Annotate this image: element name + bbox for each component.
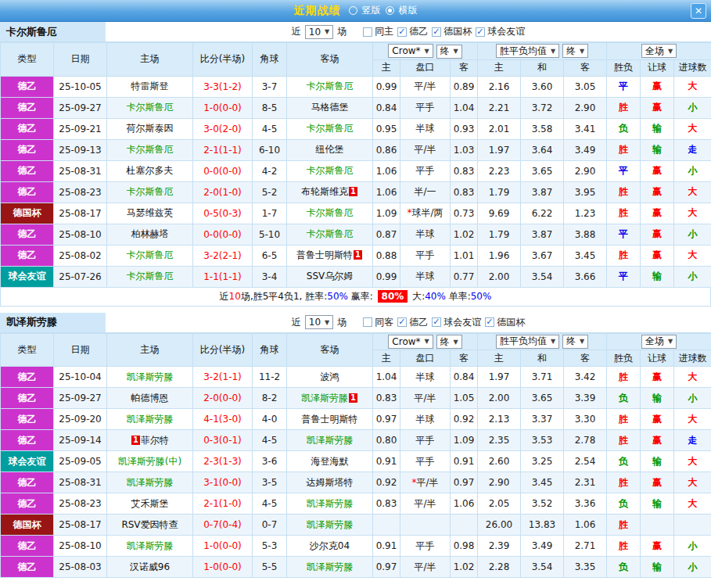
filter-cup[interactable]: 德国杯 [485,316,525,329]
euro-time-select[interactable]: 终▼ [562,335,588,349]
match-count-select[interactable]: 10▼ [305,315,333,329]
layout-radio[interactable] [386,6,394,15]
team-name[interactable]: 卡尔斯鲁厄 [127,271,174,281]
team-name[interactable]: 凯泽斯劳滕 [127,414,174,425]
checkbox-icon[interactable] [397,317,407,327]
filter-same-away[interactable]: 同客 [363,316,393,329]
team-name[interactable]: 凯泽斯劳滕(中) [118,456,181,467]
team-name[interactable]: 凯泽斯劳滕 [307,435,354,446]
team-name[interactable]: 汉诺威96 [130,561,170,572]
team-name[interactable]: SSV乌尔姆 [307,271,353,281]
layout-radio-label[interactable]: 竖版 [362,4,381,17]
team-name[interactable]: 达姆斯塔特 [307,477,354,488]
team-name[interactable]: 卡尔斯鲁厄 [307,123,354,134]
odds-time-select[interactable]: 终▼ [436,335,462,349]
team-name[interactable]: 菲尔特 [141,435,169,446]
team-name[interactable]: 特雷斯登 [131,81,169,91]
filter-label[interactable]: 德国杯 [443,25,472,38]
filter-cup[interactable]: 德国杯 [432,25,472,38]
checkbox-icon[interactable] [485,317,494,327]
filter-label[interactable]: 同主 [375,25,393,38]
filter-same-home[interactable]: 同主 [363,25,393,38]
team-name[interactable]: 卡尔斯鲁厄 [127,144,174,155]
checkbox-icon[interactable] [363,27,372,37]
goals-result: 大 [674,493,711,514]
team-name[interactable]: 帕德博恩 [131,393,169,403]
team-name[interactable]: 卡尔斯鲁厄 [307,207,354,218]
filter-friendly[interactable]: 球会友谊 [432,316,481,329]
team-name[interactable]: 卡尔斯鲁厄 [307,165,354,176]
team-name[interactable]: 卡尔斯鲁厄 [307,81,354,91]
match-count-select[interactable]: 10▼ [305,25,333,39]
asian-away-odds: 0.91 [451,451,478,472]
full-match-select[interactable]: 全场▼ [641,44,677,58]
full-match-select[interactable]: 全场▼ [641,335,677,349]
team-name[interactable]: 柏林赫塔 [131,228,169,239]
odds-time-select[interactable]: 终▼ [436,45,462,59]
team-name[interactable]: 艾禾斯堡 [131,498,169,509]
filter-friendly[interactable]: 球会友谊 [476,25,525,38]
checkbox-icon[interactable] [363,317,372,327]
checkbox-icon[interactable] [432,27,441,37]
checkbox-icon[interactable] [397,27,407,37]
match-count-value: 10 [309,317,321,328]
match-date: 25-09-05 [54,451,107,472]
win-loss-result: 平 [607,266,641,287]
euro-draw-odds: 3.53 [521,430,564,451]
team-name[interactable]: 凯泽斯劳滕 [127,477,174,488]
team-name[interactable]: 凯泽斯劳滕 [307,498,354,509]
team-name[interactable]: 马瑟维兹英 [127,207,174,218]
team-name[interactable]: 布轮斯维克 [301,186,348,197]
team-name[interactable]: 纽伦堡 [316,144,344,155]
team-name[interactable]: RSV爱因特查 [121,519,178,530]
odds-company-select[interactable]: Crow*▼ [388,44,433,58]
near-label: 近 [292,316,301,329]
filter-league2[interactable]: 德乙 [397,25,428,38]
close-button[interactable]: ✕ [691,3,706,19]
win-loss-result: 胜 [607,181,641,203]
filter-label[interactable]: 球会友谊 [487,25,525,38]
euro-time-select[interactable]: 终▼ [562,44,588,58]
col-asian-home: 主 [373,59,400,76]
chevron-down-icon: ▼ [580,338,584,345]
asian-handicap: 平/半 [400,557,451,578]
team-name[interactable]: 凯泽斯劳滕 [127,540,174,551]
filter-label[interactable]: 球会友谊 [443,316,481,329]
euro-home-odds: 2.13 [478,409,521,430]
filter-league2[interactable]: 德乙 [397,316,428,329]
euro-mean-select[interactable]: 胜平负均值▼ [496,335,559,349]
euro-draw-odds: 3.60 [521,76,564,97]
goals-result: 大 [674,367,711,388]
home-team-cell: 凯泽斯劳滕 [107,536,193,557]
team-name[interactable]: 波鸿 [321,371,339,382]
team-name[interactable]: 凯泽斯劳滕 [127,371,174,382]
layout-radio[interactable] [349,6,357,15]
filter-label[interactable]: 德乙 [409,316,428,329]
layout-radio-label[interactable]: 横版 [399,4,418,17]
filter-label[interactable]: 同客 [375,316,393,329]
checkbox-icon[interactable] [476,27,485,37]
team-name[interactable]: 沙尔克04 [310,540,350,551]
filter-label[interactable]: 德乙 [409,25,428,38]
team-name[interactable]: 卡尔斯鲁厄 [307,228,354,239]
col-euro-home: 主 [478,350,521,367]
team-name[interactable]: 凯泽斯劳滕 [301,393,348,403]
team-name[interactable]: 荷尔斯泰因 [127,123,174,134]
euro-mean-select[interactable]: 胜平负均值▼ [496,44,559,58]
team-name[interactable]: 海登海默 [311,456,349,467]
team-name[interactable]: 普鲁士明斯特 [296,249,353,260]
team-name[interactable]: 马格德堡 [311,102,349,113]
team-name[interactable]: 卡尔斯鲁厄 [127,102,174,113]
team-name[interactable]: 卡尔斯鲁厄 [127,249,174,260]
col-goals: 进球数 [674,59,711,76]
team-name[interactable]: 卡尔斯鲁厄 [127,186,174,197]
team-name[interactable]: 凯泽斯劳滕 [307,561,354,572]
checkbox-icon[interactable] [432,317,441,327]
team-name[interactable]: 杜塞尔多夫 [127,165,174,176]
filter-label[interactable]: 德国杯 [497,316,525,329]
corners: 3-7 [253,76,287,97]
team-name[interactable]: 凯泽斯劳滕 [307,519,354,530]
odds-company-select[interactable]: Crow*▼ [388,335,433,349]
summary-segment: 40% [425,291,446,302]
team-name[interactable]: 普鲁士明斯特 [302,414,358,425]
